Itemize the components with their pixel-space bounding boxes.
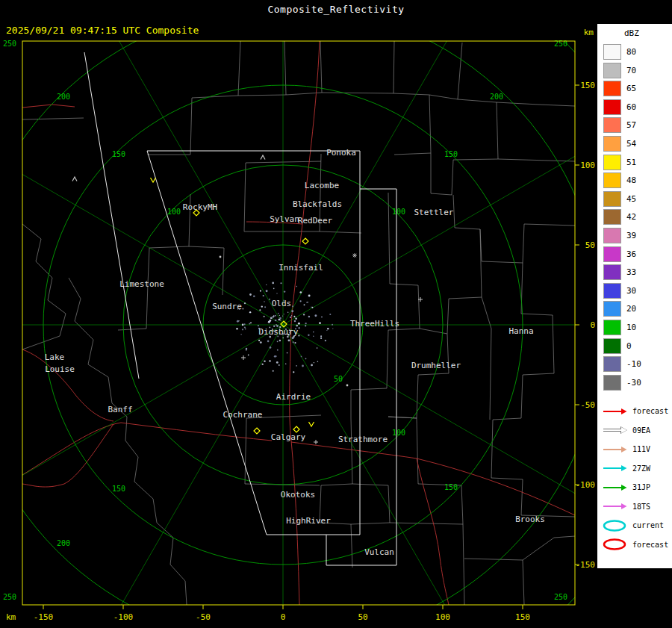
echo-dot	[299, 300, 301, 302]
echo-dot	[291, 315, 292, 316]
legend-item: current	[602, 518, 672, 533]
diamond-marker-icon	[293, 426, 299, 432]
echo-dot	[298, 335, 299, 337]
colorbar-row: -10	[603, 356, 672, 372]
colorbar-swatch	[603, 301, 621, 317]
city-label: Olds	[272, 299, 292, 308]
colorbar-swatch	[603, 283, 621, 299]
x-tick-label: -50	[196, 612, 211, 622]
county-boundary-line	[322, 41, 394, 93]
echo-dot	[272, 282, 274, 285]
echo-dot	[291, 310, 293, 312]
echo-dot	[269, 299, 270, 300]
echo-dot	[285, 363, 287, 364]
legend-arrow-icon	[602, 444, 629, 456]
colorbar-swatch	[603, 155, 621, 170]
echo-dot	[279, 364, 280, 366]
range-ring-labels: 2502001501002502001501001502002505010015…	[3, 40, 567, 601]
echo-dot	[303, 314, 305, 315]
radar-map[interactable]: 2502001501002502001501001502002505010015…	[0, 0, 597, 628]
echo-dot	[317, 347, 318, 349]
echo-dot	[319, 322, 321, 324]
echo-dot	[268, 321, 270, 323]
city-label: Hanna	[508, 326, 533, 336]
y-tick-label: -100	[576, 480, 596, 490]
city-label: HighRiver	[286, 516, 331, 526]
county-boundary-line	[497, 102, 575, 106]
echo-dot	[279, 315, 280, 316]
echo-dot	[296, 286, 298, 287]
echo-dot	[264, 316, 265, 317]
colorbar-value: 42	[626, 212, 636, 222]
caret-marker-icon	[72, 177, 77, 181]
domain-outline-line	[84, 52, 139, 379]
echo-dot	[259, 309, 261, 311]
range-ring-label: 100	[392, 208, 405, 216]
city-label: Innisfail	[279, 263, 323, 273]
range-ring-label: 250	[3, 593, 16, 601]
colorbar-swatch	[603, 63, 621, 78]
colorbar-row: 39	[603, 228, 672, 243]
range-ring-label: 250	[3, 40, 16, 48]
range-ring-label: 250	[554, 593, 567, 601]
echo-dot	[264, 361, 266, 363]
y-tick-label: 0	[590, 320, 595, 330]
highway-line	[22, 424, 113, 487]
legend-item: 18TS	[602, 499, 672, 514]
colorbar-swatch	[603, 375, 621, 391]
echo-dot	[294, 342, 296, 343]
colorbar-swatch	[603, 44, 621, 60]
echo-dot	[304, 304, 305, 305]
colorbar-row: 65	[603, 81, 672, 96]
echo-dot	[305, 325, 306, 326]
cross-marker-icon	[314, 440, 318, 444]
colorbar-value: 70	[626, 66, 636, 75]
azimuth-line	[0, 325, 283, 530]
diamond-marker-icon	[302, 238, 308, 244]
echo-dot	[288, 339, 290, 341]
echo-dot	[275, 315, 276, 317]
echo-dot	[278, 313, 279, 314]
city-label: Banff	[108, 405, 132, 414]
echo-dot	[275, 355, 276, 357]
echo-dot	[253, 296, 255, 298]
echo-dot	[248, 354, 249, 355]
colorbar-swatch	[603, 191, 621, 207]
highway-line	[22, 105, 75, 108]
city-label: Lake	[45, 352, 65, 362]
colorbar-row: 0	[603, 338, 672, 354]
colorbar-row: 57	[603, 117, 672, 133]
legend-arrow-icon	[602, 424, 629, 436]
county-boundary-line	[390, 523, 464, 605]
county-boundary-line	[482, 297, 491, 420]
city-label: Strathmore	[338, 435, 388, 444]
echo-dot	[244, 326, 246, 328]
city-label: RockyMH	[183, 202, 217, 212]
echo-dot	[260, 290, 261, 292]
city-label: Lacombe	[305, 181, 339, 190]
echo-dot	[317, 361, 319, 362]
echo-dot	[301, 356, 302, 358]
range-ring-label: 50	[334, 375, 343, 383]
legend-label: current	[632, 521, 664, 529]
county-boundary-line	[69, 278, 187, 605]
legend-item: 111V	[602, 442, 672, 457]
azimuth-line	[0, 119, 283, 325]
y-tick-label: -150	[576, 560, 596, 570]
colorbar-value: 51	[626, 158, 636, 167]
colorbar-swatch	[603, 246, 621, 262]
colorbar-row: 70	[603, 63, 672, 78]
echo-dot	[312, 307, 314, 308]
colorbar-value: 33	[626, 267, 636, 277]
radar-app-window: Composite_Reflectivity 2025/09/21 09:47:…	[0, 0, 672, 628]
echo-dot	[279, 320, 280, 320]
county-boundary-line	[387, 193, 420, 388]
echo-dot	[321, 317, 323, 318]
colorbar-swatch	[603, 81, 621, 96]
echo-dot	[320, 338, 322, 339]
echo-dot	[276, 293, 277, 293]
legend-label: forecast	[632, 407, 668, 415]
echo-dot	[250, 322, 252, 323]
echo-dot	[320, 335, 322, 337]
echo-dot	[282, 338, 284, 339]
